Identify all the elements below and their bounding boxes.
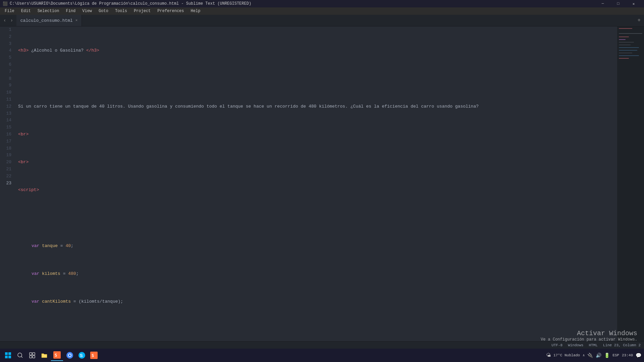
menu-preferences[interactable]: Preferences (154, 8, 187, 14)
taskbar-skype-button[interactable]: S (76, 350, 87, 361)
status-lang: HTML (589, 343, 597, 347)
line-num-4: 4 (5, 47, 11, 54)
menu-help[interactable]: Help (187, 8, 204, 14)
svg-rect-4 (619, 42, 634, 43)
line-numbers: 1 2 3 4 5 6 7 8 9 10 11 12 13 14 15 16 1… (0, 26, 15, 349)
line-num-23: 23 (5, 180, 11, 187)
svg-rect-10 (619, 58, 629, 59)
menu-file[interactable]: File (1, 8, 18, 14)
svg-rect-3 (619, 39, 626, 40)
menu-project[interactable]: Project (130, 8, 154, 14)
code-line-9: var kilomts = 480; (18, 270, 617, 278)
line-num-14: 14 (5, 117, 11, 124)
status-line-ending: Windows (568, 343, 583, 347)
menu-find[interactable]: Find (62, 8, 79, 14)
svg-point-25 (69, 354, 71, 356)
minimap (617, 26, 644, 349)
editor: 1 2 3 4 5 6 7 8 9 10 11 12 13 14 15 16 1… (0, 26, 644, 349)
line-num-11: 11 (5, 96, 11, 103)
line-num-2: 2 (5, 34, 11, 41)
nav-prev[interactable]: ‹ (2, 17, 7, 24)
svg-rect-9 (619, 55, 639, 56)
line-num-5: 5 (5, 54, 11, 61)
tab-nav-arrows: ‹ › (0, 15, 16, 26)
svg-rect-5 (619, 45, 631, 45)
svg-rect-0 (619, 28, 632, 29)
svg-rect-14 (8, 356, 11, 358)
line-num-12: 12 (5, 103, 11, 110)
tab-calculo-consumo[interactable]: calculo_consumo.html × (16, 15, 82, 26)
svg-point-15 (18, 353, 22, 357)
task-view-button[interactable] (27, 350, 38, 361)
line-num-15: 15 (5, 124, 11, 131)
menu-view[interactable]: View (79, 8, 95, 14)
svg-rect-20 (33, 356, 35, 358)
app-icon: ⬛ (3, 1, 8, 6)
maximize-button[interactable]: □ (610, 0, 626, 7)
line-num-6: 6 (5, 61, 11, 68)
svg-rect-11 (5, 352, 8, 355)
tab-add-button[interactable]: + (634, 15, 644, 26)
svg-rect-19 (30, 356, 32, 358)
menu-selection[interactable]: Selection (34, 8, 63, 14)
taskbar-right: 🌤 17°C Nublado ∧ 🔌 🔊 🔋 ESP 23:40 💬 (546, 353, 641, 358)
status-right: UTF-8 Windows HTML Line 23, Column 2 (551, 343, 641, 347)
line-num-17: 17 (5, 138, 11, 145)
taskbar-chrome-button[interactable] (64, 350, 75, 361)
code-line-11 (18, 326, 617, 333)
window-controls: ─ □ ✕ (595, 0, 641, 7)
svg-text:S: S (80, 353, 83, 358)
taskbar-sublime2-button[interactable]: S (89, 350, 99, 361)
file-manager-button[interactable] (39, 350, 50, 361)
search-button[interactable] (15, 350, 25, 361)
taskbar-left: S S S (3, 350, 99, 361)
code-editor[interactable]: <h3> ¿Alcohol o Gasolina? </h3> Si un ca… (15, 26, 617, 349)
line-num-22: 22 (5, 173, 11, 180)
line-num-13: 13 (5, 110, 11, 117)
line-num-10: 10 (5, 89, 11, 96)
menu-goto[interactable]: Goto (95, 8, 112, 14)
taskbar-battery-icon: 🔋 (604, 353, 610, 358)
svg-rect-1 (619, 33, 642, 34)
status-encoding: UTF-8 (551, 343, 562, 347)
nav-next[interactable]: › (9, 17, 14, 24)
code-line-4: <br> (18, 131, 617, 138)
taskbar-notification-button[interactable]: 💬 (636, 353, 641, 358)
svg-rect-17 (30, 353, 32, 355)
taskbar-sublime-app[interactable]: S (51, 350, 63, 361)
svg-rect-12 (8, 352, 11, 355)
line-num-20: 20 (5, 159, 11, 166)
svg-rect-2 (619, 37, 629, 37)
start-button[interactable] (3, 350, 13, 361)
code-line-7 (18, 215, 617, 222)
line-num-3: 3 (5, 41, 11, 48)
taskbar-lang: ESP (612, 353, 619, 357)
taskbar-up-arrow[interactable]: ∧ (583, 353, 585, 357)
line-num-21: 21 (5, 166, 11, 173)
svg-rect-18 (33, 353, 35, 355)
status-cursor: Line 23, Column 2 (603, 343, 641, 347)
tab-bar: ‹ › calculo_consumo.html × + (0, 15, 644, 26)
code-line-2 (18, 75, 617, 82)
close-button[interactable]: ✕ (626, 0, 641, 7)
line-num-7: 7 (5, 68, 11, 75)
menu-tools[interactable]: Tools (112, 8, 130, 14)
menu-bar: File Edit Selection Find View Goto Tools… (0, 7, 644, 15)
line-num-1: 1 (5, 26, 11, 34)
code-line-5: <br> (18, 159, 617, 166)
tab-close-button[interactable]: × (75, 18, 78, 22)
taskbar-time: 23:40 (622, 353, 633, 357)
line-num-8: 8 (5, 75, 11, 82)
svg-rect-8 (619, 53, 632, 53)
svg-rect-7 (619, 50, 637, 51)
code-line-6: <script> (18, 187, 617, 194)
taskbar-network-status: 🔌 (587, 353, 593, 358)
status-bar: UTF-8 Windows HTML Line 23, Column 2 (0, 341, 644, 349)
minimize-button[interactable]: ─ (595, 0, 610, 7)
code-line-3: Si un carro tiene un tanque de 40 litros… (18, 103, 617, 110)
menu-edit[interactable]: Edit (18, 8, 34, 14)
title-bar: ⬛ C:\Users\USUARIO\Documents\Lógica de P… (0, 0, 644, 7)
svg-rect-6 (619, 47, 639, 48)
svg-text:S: S (55, 353, 57, 358)
line-num-16: 16 (5, 131, 11, 138)
